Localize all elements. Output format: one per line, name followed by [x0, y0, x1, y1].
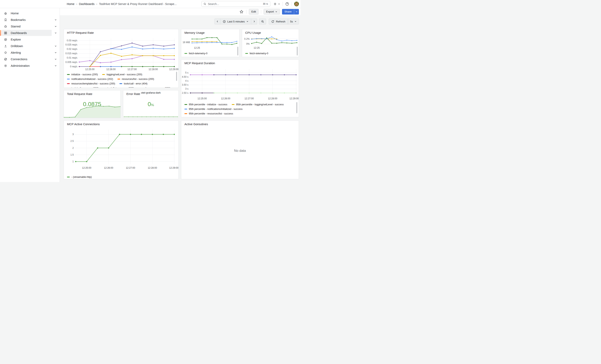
legend-item[interactable]: notifications/initialized - success (202… — [67, 78, 113, 80]
edit-button[interactable]: Edit — [249, 9, 259, 14]
memory-usage-chart[interactable]: 16 MiB12:25 — [181, 34, 240, 52]
legend-series-color — [232, 104, 234, 105]
panel-title[interactable]: HTTP Request Rate — [67, 31, 94, 34]
panel-title[interactable]: MCP Request Duration — [184, 61, 215, 65]
legend-item[interactable]: fetch-telemetry-0 — [245, 52, 268, 55]
legend-item[interactable]: - (streamable-http) — [67, 176, 92, 178]
refresh-icon — [271, 20, 274, 23]
time-range-picker[interactable]: Last 5 minutes — [220, 19, 251, 24]
panel-title[interactable]: Total Request Rate — [67, 92, 92, 96]
svg-text:0.03 req/s: 0.03 req/s — [67, 39, 77, 42]
legend-scrollbar[interactable] — [176, 72, 177, 81]
sidebar-item-administration[interactable]: Administration — [0, 62, 60, 69]
sidebar-item-home[interactable]: Home — [0, 10, 60, 17]
panel-title[interactable]: MCP Active Connections — [67, 122, 100, 126]
search-input[interactable]: Search... ⌘+k — [201, 1, 270, 7]
legend-series-color — [67, 177, 70, 177]
add-button[interactable] — [273, 2, 280, 6]
http-request-rate-chart[interactable]: 0 req/s0.005 req/s0.01 req/s0.015 req/s0… — [64, 35, 179, 72]
chevron-down-icon — [294, 20, 297, 23]
gear-icon — [4, 64, 7, 67]
svg-text:12:26:00: 12:26:00 — [221, 97, 230, 100]
breadcrumb-item[interactable]: Dashboards — [79, 2, 94, 6]
legend-item[interactable]: resources/list - success (200) — [118, 78, 154, 80]
favorite-star-icon[interactable] — [240, 10, 243, 14]
mcp-active-connections-chart[interactable]: 32.521.5112:25:0012:26:0012:27:0012:28:0… — [64, 127, 179, 174]
sidebar-item-explore[interactable]: Explore — [0, 36, 60, 43]
chevron-down-icon — [278, 3, 280, 5]
chevron-down-icon[interactable] — [54, 51, 57, 54]
legend-item[interactable]: logging/setLevel - success (200) — [102, 73, 142, 76]
legend-series-label: fetch-telemetry-0 — [250, 52, 268, 55]
sidebar-item-dashboards[interactable]: Dashboards — [0, 30, 60, 36]
legend-series-label: 95th percentile - resources/templates/li… — [189, 117, 245, 118]
sidebar-item-drilldown[interactable]: Drilldown — [0, 43, 60, 49]
time-back-button[interactable] — [214, 19, 220, 24]
legend-item[interactable]: 95th percentile - logging/setLevel - suc… — [232, 103, 284, 106]
legend-series-color — [184, 53, 187, 54]
legend-series-label: - (streamable-http) — [71, 176, 92, 178]
chevron-down-icon[interactable] — [54, 65, 57, 67]
legend-series-label: unknown - success (200) — [143, 87, 170, 88]
chevron-right-icon — [253, 20, 255, 23]
legend-item[interactable]: tools/call - error (404) — [120, 82, 148, 85]
svg-text:12:26:00: 12:26:00 — [104, 167, 113, 169]
legend-item[interactable]: initialize - success (200) — [67, 73, 98, 76]
sidebar-item-bookmarks[interactable]: Bookmarks — [0, 17, 60, 23]
svg-text:12:25: 12:25 — [194, 47, 200, 49]
chevron-left-icon — [216, 20, 219, 23]
legend-item[interactable]: 95th percentile - resources/list - succe… — [184, 112, 233, 115]
svg-text:12:28:00: 12:28:00 — [268, 97, 277, 100]
chevron-down-icon[interactable] — [54, 58, 57, 60]
chevron-down-icon[interactable] — [54, 45, 57, 47]
svg-text:4 s: 4 s — [185, 79, 188, 82]
svg-text:0.025 req/s: 0.025 req/s — [65, 43, 77, 46]
legend-series-color — [184, 104, 187, 105]
legend-item[interactable]: tools/call - success (200) — [67, 87, 99, 88]
zoom-out-button[interactable] — [259, 19, 266, 24]
refresh-interval-picker[interactable]: 5s — [288, 19, 299, 24]
sidebar-item-label: Drilldown — [11, 44, 23, 48]
share-button[interactable]: Share — [282, 9, 294, 14]
legend-item[interactable]: unknown - success (200) — [139, 87, 170, 88]
sidebar-item-alerting[interactable]: Alerting — [0, 49, 60, 56]
legend-series-color — [120, 83, 122, 84]
svg-text:12:26:00: 12:26:00 — [106, 68, 116, 71]
svg-text:12:25:00: 12:25:00 — [198, 97, 207, 100]
panel-error-rate: Error Rate otel-grafana-dark 0% — [123, 90, 179, 118]
legend-item[interactable]: fetch-telemetry-0 — [184, 52, 208, 55]
legend-scrollbar[interactable] — [237, 47, 238, 55]
legend-item[interactable]: resources/templates/list - success (200) — [67, 82, 115, 85]
legend-scrollbar[interactable] — [297, 47, 298, 55]
share-dropdown-button[interactable] — [294, 9, 299, 14]
sidebar-item-connections[interactable]: Connections — [0, 56, 60, 62]
stat-value: 0% — [123, 101, 179, 108]
panel-title[interactable]: Active Goroutines — [184, 122, 208, 126]
legend-series-color — [118, 79, 120, 79]
help-button[interactable] — [285, 2, 289, 6]
legend-series-color — [67, 79, 70, 79]
chevron-down-icon[interactable] — [54, 19, 57, 21]
sidebar-item-label: Alerting — [11, 51, 21, 54]
search-placeholder: Search... — [208, 2, 263, 6]
cpu-usage-chart[interactable]: 0.2%0%12:25 — [242, 34, 299, 52]
refresh-button[interactable]: Refresh — [269, 19, 288, 24]
user-avatar[interactable] — [294, 2, 299, 6]
legend-item[interactable]: 95th percentile - initialize - success — [184, 103, 227, 106]
chevron-down-icon[interactable] — [54, 25, 57, 28]
export-button[interactable]: Export — [263, 9, 280, 14]
time-forward-button[interactable] — [251, 19, 257, 24]
sidebar-nav: HomeBookmarksStarredDashboardsExploreDri… — [0, 10, 60, 69]
legend-item[interactable]: tools/list - success (200) — [103, 87, 134, 88]
legend-scrollbar[interactable] — [296, 102, 297, 113]
sidebar-item-starred[interactable]: Starred — [0, 23, 60, 30]
legend-item[interactable]: 95th percentile - resources/templates/li… — [184, 117, 245, 118]
dashboards-icon — [4, 31, 7, 35]
mcp-request-duration-chart[interactable]: 5 s4.50 s4 s3.50 s3 s2.50 s12:25:0012:26… — [181, 66, 299, 102]
legend-series-label: tools/call - success (200) — [71, 87, 99, 88]
svg-text:3: 3 — [72, 133, 74, 136]
legend-item[interactable]: 95th percentile - notifications/initiali… — [184, 108, 242, 110]
breadcrumb-item[interactable]: Home — [67, 2, 75, 6]
legend-series-label: 95th percentile - notifications/initiali… — [189, 108, 242, 110]
chevron-down-icon[interactable] — [54, 32, 57, 34]
